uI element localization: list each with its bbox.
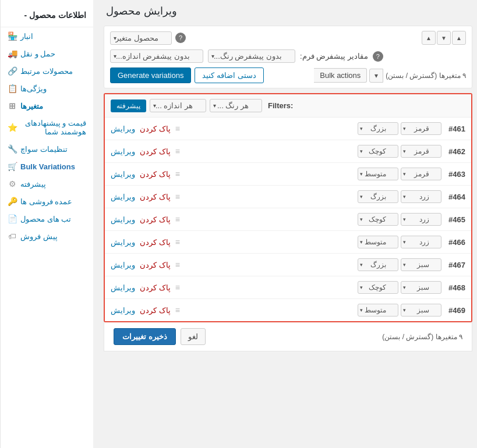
- color-select-2[interactable]: قرمز: [401, 168, 441, 180]
- variation-left-7: ≡ پاک کردن ویرایش: [111, 283, 180, 292]
- delete-link-0[interactable]: پاک کردن: [140, 125, 171, 133]
- variation-id-4: #465: [445, 215, 465, 224]
- color-filter-select[interactable]: هر رنگ ...: [210, 99, 262, 112]
- edit-link-1[interactable]: ویرایش: [111, 147, 135, 156]
- edit-link-0[interactable]: ویرایش: [111, 125, 135, 133]
- sidebar-item-shipping[interactable]: حمل و نقل 🚚: [1, 45, 93, 62]
- size-default-select[interactable]: بدون پیشفرض اندازه...: [110, 49, 203, 63]
- arrow-up-btn[interactable]: ▲: [452, 31, 466, 45]
- arrow-up2-btn[interactable]: ▲: [422, 31, 436, 45]
- color-select-7[interactable]: سبز: [401, 281, 441, 294]
- delete-link-7[interactable]: پاک کردن: [140, 283, 171, 292]
- color-select-0[interactable]: قرمز: [401, 122, 441, 135]
- delete-link-8[interactable]: پاک کردن: [140, 306, 171, 315]
- edit-link-5[interactable]: ویرایش: [111, 238, 135, 247]
- color-select-3[interactable]: زرد: [401, 190, 441, 203]
- sidebar-item-product-tabs[interactable]: تب های محصول 📄: [1, 210, 93, 227]
- drag-icon-5[interactable]: ≡: [175, 237, 180, 247]
- sidebar-icon-attributes: 📋: [8, 84, 17, 93]
- size-select-4[interactable]: کوچک: [358, 213, 398, 226]
- size-select-0[interactable]: بزرگ: [358, 122, 398, 135]
- delete-link-3[interactable]: پاک کردن: [140, 193, 171, 201]
- edit-link-4[interactable]: ویرایش: [111, 215, 135, 224]
- variation-left-6: ≡ پاک کردن ویرایش: [111, 260, 180, 269]
- drag-icon-4[interactable]: ≡: [175, 215, 180, 224]
- sidebar-item-anbar[interactable]: انبار 🏪: [1, 27, 93, 45]
- table-row: #467 سبز بزرگ ≡ پاک کردن: [105, 254, 471, 276]
- variation-id-1: #462: [445, 147, 465, 156]
- drag-icon-6[interactable]: ≡: [175, 260, 180, 269]
- drag-icon-1[interactable]: ≡: [175, 147, 180, 156]
- bulk-dropdown-arrow[interactable]: ▾: [369, 69, 383, 83]
- variation-selects-0: قرمز بزرگ: [358, 122, 441, 135]
- size-select-3[interactable]: بزرگ: [358, 190, 398, 203]
- table-row: #465 زرد کوچک ≡ پاک کردن: [105, 208, 471, 231]
- bulk-actions-button[interactable]: Bulk actions: [314, 68, 367, 83]
- variation-right-5: #466 زرد متوسط: [358, 236, 465, 248]
- help-icon[interactable]: ?: [175, 33, 186, 43]
- color-select-1[interactable]: قرمز: [401, 145, 441, 158]
- advanced-filter-button[interactable]: پیشرفته: [111, 99, 146, 112]
- edit-link-8[interactable]: ویرایش: [111, 306, 135, 315]
- sidebar-item-bulk-variations[interactable]: Bulk Variations 🛒: [1, 158, 93, 175]
- size-filter-select[interactable]: هر اندازه ...: [150, 99, 206, 112]
- form-help-icon[interactable]: ?: [373, 51, 383, 62]
- drag-icon-8[interactable]: ≡: [175, 305, 180, 315]
- table-row: #462 قرمز کوچک ≡ پاک کردن: [105, 140, 471, 163]
- edit-link-7[interactable]: ویرایش: [111, 283, 135, 292]
- color-select-8[interactable]: سبز: [401, 304, 441, 317]
- size-select-6[interactable]: بزرگ: [358, 258, 398, 271]
- variations-list: #461 قرمز بزرگ ≡ پاک کردن: [105, 118, 471, 321]
- save-button[interactable]: ذخیره تغییرات: [114, 328, 176, 345]
- drag-icon-2[interactable]: ≡: [175, 169, 180, 179]
- variation-right-0: #461 قرمز بزرگ: [358, 122, 465, 135]
- edit-link-2[interactable]: ویرایش: [111, 170, 135, 179]
- generate-variations-button[interactable]: Generate variations: [110, 67, 191, 83]
- sidebar-icon-omde-forush: 🔑: [8, 197, 17, 206]
- arrow-down-btn[interactable]: ▼: [437, 31, 451, 45]
- delete-link-2[interactable]: پاک کردن: [140, 170, 171, 179]
- edit-link-3[interactable]: ویرایش: [111, 193, 135, 201]
- sidebar-item-swatches[interactable]: تنظیمات سواچ 🔧: [1, 140, 93, 158]
- product-type-group: ? محصول متغیر: [110, 31, 186, 45]
- drag-icon-0[interactable]: ≡: [175, 124, 180, 133]
- sidebar-item-variations[interactable]: متغیرها ⊞: [1, 97, 93, 115]
- delete-link-4[interactable]: پاک کردن: [140, 215, 171, 224]
- drag-icon-3[interactable]: ≡: [175, 192, 180, 201]
- drag-icon-7[interactable]: ≡: [175, 283, 180, 292]
- color-select-wrapper-3: زرد: [401, 190, 441, 203]
- sidebar-item-pricing-ai[interactable]: قیمت و پیشنهادهای هوشمند شما ⭐: [1, 115, 93, 140]
- sidebar-item-pish-forush[interactable]: پیش فروش 🏷: [1, 227, 93, 245]
- variation-id-7: #468: [445, 283, 465, 292]
- sidebar-item-related[interactable]: محصولات مرتبط 🔗: [1, 62, 93, 80]
- sidebar-item-pishrafte[interactable]: پیشرفته ⚙: [1, 175, 93, 193]
- sidebar-item-attributes[interactable]: ویژگی‌ها 📋: [1, 80, 93, 97]
- color-select-5[interactable]: زرد: [401, 236, 441, 248]
- delete-link-5[interactable]: پاک کردن: [140, 238, 171, 247]
- variation-selects-6: سبز بزرگ: [358, 258, 441, 271]
- color-default-select[interactable]: بدون پیشفرض رنگ...: [208, 49, 295, 63]
- size-select-wrapper-7: کوچک: [358, 281, 398, 294]
- size-select-5[interactable]: متوسط: [358, 236, 398, 248]
- size-select-8[interactable]: متوسط: [358, 304, 398, 317]
- size-select-wrapper-2: متوسط: [358, 168, 398, 180]
- size-select-1[interactable]: کوچک: [358, 145, 398, 158]
- sidebar-item-label-pricing-ai: قیمت و پیشنهادهای هوشمند شما: [20, 119, 86, 136]
- sidebar-item-omde-forush[interactable]: عمده فروشی ها 🔑: [1, 193, 93, 210]
- color-select-wrapper-0: قرمز: [401, 122, 441, 135]
- variation-left-0: ≡ پاک کردن ویرایش: [111, 124, 180, 133]
- size-select-7[interactable]: کوچک: [358, 281, 398, 294]
- variation-left-2: ≡ پاک کردن ویرایش: [111, 169, 180, 179]
- table-row: #466 زرد متوسط ≡ پاک کردن: [105, 231, 471, 254]
- variation-left-1: ≡ پاک کردن ویرایش: [111, 147, 180, 156]
- add-manual-button[interactable]: دستی اضافه کنید: [195, 67, 263, 83]
- sidebar-icon-pish-forush: 🏷: [8, 232, 17, 241]
- color-select-4[interactable]: زرد: [401, 213, 441, 226]
- cancel-button[interactable]: لغو: [181, 328, 206, 345]
- delete-link-1[interactable]: پاک کردن: [140, 147, 171, 156]
- product-type-select[interactable]: محصول متغیر: [110, 31, 172, 45]
- color-select-6[interactable]: سبز: [401, 258, 441, 271]
- edit-link-6[interactable]: ویرایش: [111, 261, 135, 269]
- size-select-2[interactable]: متوسط: [358, 168, 398, 180]
- delete-link-6[interactable]: پاک کردن: [140, 261, 171, 269]
